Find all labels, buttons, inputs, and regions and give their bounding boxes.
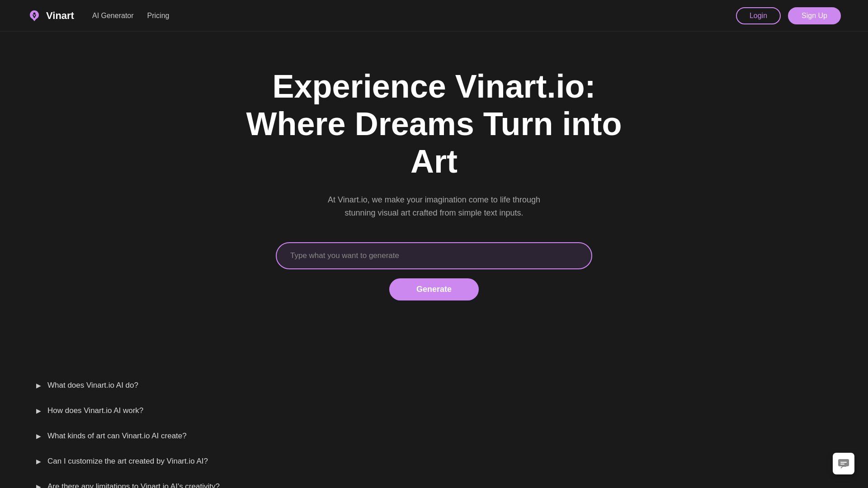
faq-item-3[interactable]: ▶ What kinds of art can Vinart.io AI cre… bbox=[36, 423, 832, 449]
svg-rect-2 bbox=[840, 462, 847, 463]
faq-item-5[interactable]: ▶ Are there any limitations to Vinart.io… bbox=[36, 474, 832, 488]
generate-button[interactable]: Generate bbox=[389, 278, 479, 300]
generate-form: Generate bbox=[276, 242, 592, 300]
hero-subtitle: At Vinart.io, we make your imagination c… bbox=[321, 193, 547, 220]
signup-button[interactable]: Sign Up bbox=[788, 7, 841, 24]
faq-section: ▶ What does Vinart.io AI do? ▶ How does … bbox=[0, 355, 868, 488]
faq-arrow-3: ▶ bbox=[36, 432, 41, 440]
faq-arrow-1: ▶ bbox=[36, 382, 41, 389]
navbar-left: Vinart AI Generator Pricing bbox=[27, 9, 169, 23]
faq-arrow-2: ▶ bbox=[36, 407, 41, 414]
navbar: Vinart AI Generator Pricing Login Sign U… bbox=[0, 0, 868, 32]
faq-question-1: What does Vinart.io AI do? bbox=[47, 381, 138, 390]
logo-link[interactable]: Vinart bbox=[27, 9, 74, 23]
faq-question-2: How does Vinart.io AI work? bbox=[47, 406, 143, 415]
generate-input[interactable] bbox=[276, 242, 592, 269]
faq-item-4[interactable]: ▶ Can I customize the art created by Vin… bbox=[36, 449, 832, 474]
faq-arrow-5: ▶ bbox=[36, 483, 41, 488]
svg-rect-3 bbox=[840, 464, 844, 465]
nav-links: AI Generator Pricing bbox=[92, 12, 170, 20]
faq-item-2[interactable]: ▶ How does Vinart.io AI work? bbox=[36, 398, 832, 423]
faq-question-4: Can I customize the art created by Vinar… bbox=[47, 457, 208, 466]
svg-point-0 bbox=[33, 12, 36, 14]
navbar-right: Login Sign Up bbox=[736, 7, 841, 24]
nav-pricing[interactable]: Pricing bbox=[147, 12, 170, 20]
hero-title: Experience Vinart.io: Where Dreams Turn … bbox=[231, 68, 637, 180]
hero-section: Experience Vinart.io: Where Dreams Turn … bbox=[0, 32, 868, 328]
faq-arrow-4: ▶ bbox=[36, 458, 41, 465]
faq-item-1[interactable]: ▶ What does Vinart.io AI do? bbox=[36, 373, 832, 398]
chat-icon bbox=[837, 457, 850, 470]
chat-widget[interactable] bbox=[833, 453, 854, 474]
nav-ai-generator[interactable]: AI Generator bbox=[92, 12, 134, 20]
logo-icon bbox=[27, 9, 42, 23]
brand-name: Vinart bbox=[46, 10, 74, 22]
faq-question-3: What kinds of art can Vinart.io AI creat… bbox=[47, 432, 187, 441]
faq-question-5: Are there any limitations to Vinart.io A… bbox=[47, 482, 220, 488]
login-button[interactable]: Login bbox=[736, 7, 781, 24]
